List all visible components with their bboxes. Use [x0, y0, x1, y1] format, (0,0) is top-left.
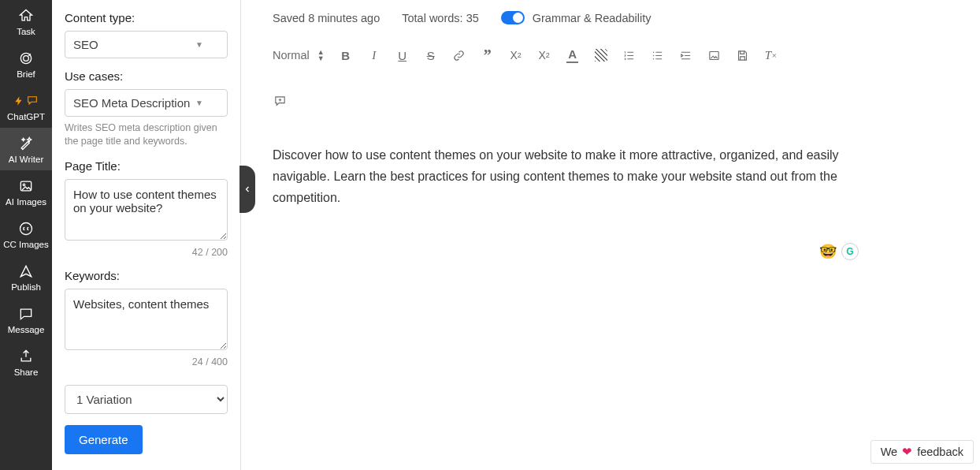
- ordered-list-button[interactable]: [622, 47, 637, 64]
- share-icon: [18, 349, 34, 364]
- generate-button[interactable]: Generate: [65, 425, 143, 454]
- rail-label: AI Images: [6, 197, 46, 207]
- rail-item-message[interactable]: Message: [0, 298, 52, 341]
- add-comment-button[interactable]: [273, 92, 287, 110]
- cc-icon: [18, 221, 34, 237]
- rail-item-chatgpt[interactable]: ChatGPT: [0, 85, 52, 128]
- use-cases-label: Use cases:: [65, 69, 228, 83]
- send-icon: [18, 263, 34, 279]
- indent-button[interactable]: [679, 47, 693, 64]
- svg-point-5: [653, 51, 654, 52]
- assistant-badges: 🤓 G: [819, 243, 859, 260]
- heading-select[interactable]: Normal ▲▼: [273, 49, 325, 62]
- link-button[interactable]: [452, 47, 466, 64]
- use-cases-hint: Writes SEO meta description given the pa…: [65, 121, 228, 148]
- underline-button[interactable]: U: [395, 47, 410, 64]
- hatch-icon: [595, 49, 607, 62]
- variations-select[interactable]: 1 Variation: [65, 385, 228, 414]
- config-panel: Content type: SEO ▼ Use cases: SEO Meta …: [52, 0, 241, 470]
- chevron-down-icon: ▼: [195, 40, 203, 49]
- rail-label: Share: [14, 367, 39, 377]
- feedback-button[interactable]: We ❤ feedback: [870, 440, 974, 464]
- rail-label: AI Writer: [9, 155, 44, 164]
- page-title-counter: 42 / 200: [65, 247, 228, 258]
- svg-point-6: [653, 54, 654, 55]
- rail-label: CC Images: [3, 240, 49, 249]
- highlight-button[interactable]: [594, 47, 608, 64]
- save-button[interactable]: [736, 47, 750, 64]
- feedback-prefix: We: [881, 446, 898, 458]
- content-type-label: Content type:: [65, 11, 228, 24]
- editor-body[interactable]: Discover how to use content themes on yo…: [269, 121, 868, 209]
- editor-area: Saved 8 minutes ago Total words: 35 Gram…: [241, 0, 980, 470]
- rail-item-ai-images[interactable]: AI Images: [0, 170, 52, 213]
- image-button[interactable]: [707, 47, 722, 64]
- content-type-select[interactable]: SEO ▼: [65, 31, 228, 58]
- rail-item-cc-images[interactable]: CC Images: [0, 213, 52, 256]
- heart-icon: ❤: [902, 446, 912, 458]
- strike-button[interactable]: S: [424, 47, 438, 64]
- font-color-button[interactable]: A: [566, 47, 580, 64]
- keywords-counter: 24 / 400: [65, 356, 228, 367]
- chevron-down-icon: ▼: [195, 99, 203, 107]
- grammarly-icon[interactable]: G: [841, 243, 859, 260]
- rail-item-ai-writer[interactable]: AI Writer: [0, 128, 52, 170]
- home-icon: [18, 8, 34, 24]
- keywords-input[interactable]: [65, 289, 228, 350]
- superscript-button[interactable]: X2: [537, 47, 551, 64]
- use-cases-value: SEO Meta Description: [73, 96, 190, 110]
- svg-point-1: [24, 56, 29, 62]
- saved-status: Saved 8 minutes ago: [273, 12, 380, 24]
- page-title-label: Page Title:: [65, 159, 228, 173]
- rail-label: Task: [17, 27, 35, 36]
- side-rail: Task Brief ChatGPT AI Writer AI Ima: [0, 0, 52, 470]
- quote-button[interactable]: ”: [481, 47, 495, 64]
- clear-format-button[interactable]: T×: [764, 47, 778, 64]
- keywords-label: Keywords:: [65, 269, 228, 282]
- sort-arrows-icon: ▲▼: [317, 49, 325, 62]
- svg-point-7: [653, 58, 654, 59]
- word-count: Total words: 35: [402, 12, 479, 24]
- rail-item-share[interactable]: Share: [0, 341, 52, 383]
- italic-button[interactable]: I: [367, 47, 381, 64]
- rail-label: Brief: [17, 69, 35, 79]
- rail-label: Publish: [11, 282, 41, 292]
- unordered-list-button[interactable]: [651, 47, 665, 64]
- rail-label: Message: [8, 325, 45, 334]
- image-icon: [18, 178, 34, 194]
- target-icon: [18, 50, 34, 66]
- rail-item-publish[interactable]: Publish: [0, 256, 52, 298]
- toolbar: Normal ▲▼ B I U S ” X2 X2 A: [269, 42, 948, 121]
- editor-meta: Saved 8 minutes ago Total words: 35 Gram…: [269, 11, 948, 24]
- feedback-suffix: feedback: [917, 446, 963, 458]
- page-title-input[interactable]: [65, 179, 228, 241]
- use-cases-select[interactable]: SEO Meta Description ▼: [65, 89, 228, 117]
- bold-button[interactable]: B: [339, 47, 353, 64]
- rail-item-task[interactable]: Task: [0, 0, 52, 43]
- svg-point-4: [20, 223, 32, 235]
- wand-icon: [18, 136, 34, 151]
- rail-label: ChatGPT: [7, 112, 45, 121]
- nerd-face-icon[interactable]: 🤓: [819, 243, 837, 260]
- subscript-button[interactable]: X2: [509, 47, 523, 64]
- svg-point-3: [23, 184, 25, 186]
- chat-icon: [13, 93, 39, 109]
- grammar-toggle[interactable]: [501, 11, 525, 24]
- message-icon: [18, 306, 34, 322]
- content-type-value: SEO: [73, 38, 98, 51]
- rail-item-brief[interactable]: Brief: [0, 43, 52, 85]
- grammar-toggle-label: Grammar & Readability: [533, 12, 651, 24]
